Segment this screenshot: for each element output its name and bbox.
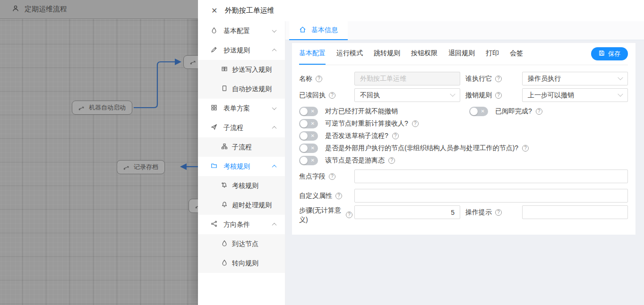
droplet-icon xyxy=(221,259,228,267)
sidebar-item-turn-rules[interactable]: 转向规则 xyxy=(198,254,285,273)
sidebar-item-subflow-child[interactable]: 子流程 xyxy=(198,137,285,157)
toggle-label: 可逆节点时重新计算接收人?? xyxy=(325,119,419,128)
chevron-down-icon xyxy=(450,91,455,96)
folder-icon xyxy=(211,162,217,170)
workflow-icon xyxy=(78,105,85,111)
help-icon[interactable]: ? xyxy=(495,76,502,82)
chevron-up-icon xyxy=(272,223,277,228)
toggle-external-user-node[interactable]: ✕ xyxy=(299,144,318,153)
flow-node-partial-top[interactable] xyxy=(183,55,198,69)
help-icon[interactable]: ? xyxy=(495,209,502,216)
custom-attr-label: 自定义属性? xyxy=(299,189,354,203)
help-icon[interactable]: ? xyxy=(346,212,352,218)
share-icon xyxy=(211,220,217,229)
droplet-icon xyxy=(211,27,217,35)
tab-countersign[interactable]: 会签 xyxy=(510,43,523,65)
tab-basic-config[interactable]: 基本配置 xyxy=(299,43,326,65)
settings-main: 基本信息 基本配置 运行模式 跳转规则 按钮权限 退回规则 打印 会签 xyxy=(285,21,644,305)
chevron-down-icon xyxy=(272,28,277,33)
chevron-down-icon xyxy=(618,75,623,80)
flow-node-label: 记录存档 xyxy=(134,163,158,171)
sidebar-item-direction-condition[interactable]: 方向条件 xyxy=(198,215,285,234)
save-button[interactable]: 保存 xyxy=(591,47,628,60)
inner-tabs: 基本配置 运行模式 跳转规则 按钮权限 退回规则 打印 会签 保存 xyxy=(299,43,628,65)
settings-sidebar: 基本配置 抄送规则 抄送写入规则 自动抄送规则 表单方案 xyxy=(198,21,285,305)
drawer-title: 外勤按工单运维 xyxy=(224,6,274,15)
focus-field-label: 焦点字段? xyxy=(299,169,354,183)
toggle-label: 是否发送草稿子流程?? xyxy=(325,132,399,140)
sidebar-item-auto-cc-rules[interactable]: 自动抄送规则 xyxy=(198,79,285,99)
sidebar-item-assessment-rules[interactable]: 考核规则 xyxy=(198,157,285,176)
help-icon[interactable]: ? xyxy=(316,76,322,82)
tab-button-permissions[interactable]: 按钮权限 xyxy=(411,43,438,65)
executor-select[interactable]: 操作员执行 xyxy=(522,72,628,85)
steps-label: 步骤(无计算意义)? xyxy=(299,205,354,225)
help-icon[interactable]: ? xyxy=(388,157,395,164)
toggle-no-revoke-after-open[interactable]: ✕ xyxy=(299,107,318,116)
op-hint-label: 操作提示? xyxy=(465,205,522,219)
help-icon[interactable]: ? xyxy=(329,173,335,180)
tab-print[interactable]: 打印 xyxy=(486,43,499,65)
name-input: 外勤按工单运维 xyxy=(354,72,460,85)
help-icon[interactable]: ? xyxy=(522,145,529,152)
pencil-icon xyxy=(211,46,217,54)
read-receipt-select[interactable]: 不回执 xyxy=(354,88,460,102)
tab-run-mode[interactable]: 运行模式 xyxy=(336,43,363,65)
sidebar-item-form-scheme[interactable]: 表单方案 xyxy=(198,99,285,118)
toggle-send-draft-subflow[interactable]: ✕ xyxy=(299,131,318,141)
help-icon[interactable]: ? xyxy=(412,120,419,127)
sidebar-item-timeout-rules[interactable]: 超时处理规则 xyxy=(198,195,285,215)
flow-node-label: 机器自动启动 xyxy=(89,103,126,112)
toggle-free-state-node[interactable]: ✕ xyxy=(299,156,318,165)
file-icon xyxy=(221,85,228,93)
toggle-recalc-receivers[interactable]: ✕ xyxy=(299,119,318,128)
page-tab-bar: 基本信息 xyxy=(285,21,644,40)
sidebar-item-subflow[interactable]: 子流程 xyxy=(198,118,285,137)
executor-label: 谁执行它? xyxy=(465,72,522,85)
help-icon[interactable]: ? xyxy=(329,92,335,99)
grid-icon xyxy=(211,104,217,112)
tab-basic-info[interactable]: 基本信息 xyxy=(289,21,348,40)
chevron-up-icon xyxy=(272,49,277,53)
sidebar-item-arrive-node[interactable]: 到达节点 xyxy=(198,234,285,254)
revoke-rule-select[interactable]: 上一步可以撤销 xyxy=(522,88,628,102)
toggle-read-complete[interactable]: ✕ xyxy=(469,107,488,116)
home-icon xyxy=(299,26,306,34)
basic-config-form: 名称? 外勤按工单运维 谁执行它? 操作员执行 xyxy=(299,72,628,225)
tab-jump-rules[interactable]: 跳转规则 xyxy=(374,43,400,65)
book-icon xyxy=(221,66,228,74)
help-icon[interactable]: ? xyxy=(495,92,502,99)
basic-config-card: 基本配置 运行模式 跳转规则 按钮权限 退回规则 打印 会签 保存 xyxy=(292,43,635,235)
read-receipt-label: 已读回执? xyxy=(299,88,354,102)
op-hint-input[interactable] xyxy=(522,205,628,219)
sidebar-item-basic-config[interactable]: 基本配置 xyxy=(198,21,285,41)
help-icon[interactable]: ? xyxy=(392,133,399,139)
flow-node-archive[interactable]: 记录存档 xyxy=(117,160,165,174)
help-icon[interactable]: ? xyxy=(335,193,342,199)
toggle-label: 是否是外部用户执行的节点(非组织结构人员参与处理工作的节点)?? xyxy=(325,144,529,152)
steps-input[interactable]: 5 xyxy=(354,205,460,219)
focus-field-input[interactable] xyxy=(354,169,628,183)
toggle-label: 该节点是否是游离态? xyxy=(325,156,395,165)
close-icon[interactable]: ✕ xyxy=(211,7,217,15)
workflow-icon xyxy=(190,59,196,65)
help-icon[interactable]: ? xyxy=(536,108,542,115)
bell-icon xyxy=(221,201,228,209)
workflow-icon xyxy=(195,203,198,209)
name-label: 名称? xyxy=(299,72,354,85)
sidebar-item-assessment-rules-child[interactable]: 考核规则 xyxy=(198,176,285,195)
sidebar-item-cc-write-rules[interactable]: 抄送写入规则 xyxy=(198,60,285,79)
flow-node-auto-start[interactable]: 机器自动启动 xyxy=(72,101,132,115)
send-icon xyxy=(211,124,217,132)
bell-badge-icon xyxy=(221,182,228,190)
flow-node-partial-bottom[interactable] xyxy=(189,199,198,213)
revoke-rule-label: 撤销规则? xyxy=(465,88,522,102)
custom-attr-input[interactable] xyxy=(354,189,628,203)
flow-title: 定期运维流程 xyxy=(25,5,67,14)
flow-canvas: 定期运维流程 机器自动启动 记录存档 xyxy=(0,0,198,305)
sidebar-item-cc-rules[interactable]: 抄送规则 xyxy=(198,41,285,60)
tab-return-rules[interactable]: 退回规则 xyxy=(448,43,475,65)
save-icon xyxy=(599,50,605,58)
chevron-up-icon xyxy=(272,126,277,131)
orgchart-icon xyxy=(221,143,228,151)
